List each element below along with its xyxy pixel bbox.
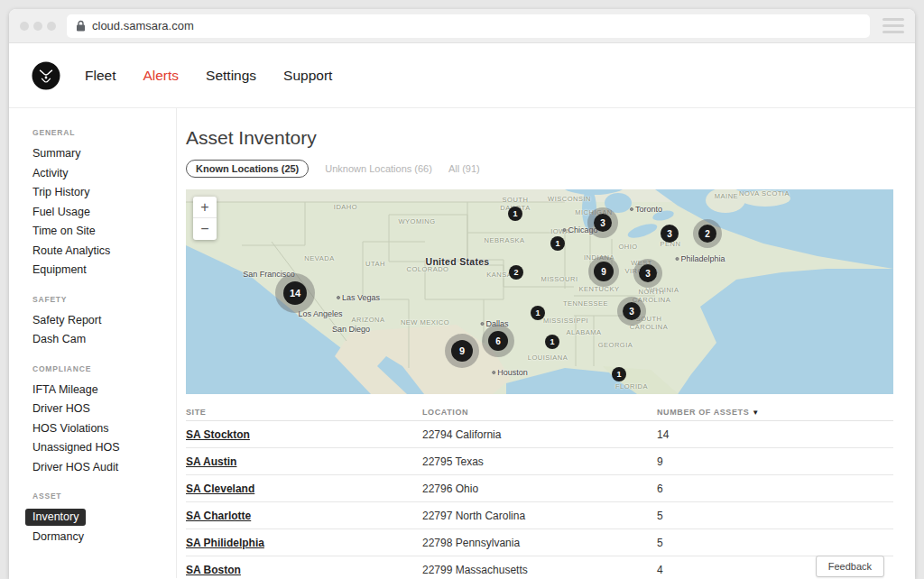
table-row: SA Charlotte22797 North Carolina5	[186, 502, 893, 529]
map-cluster-marker[interactable]: 2	[698, 225, 716, 243]
map-cluster-marker[interactable]: 9	[594, 262, 614, 281]
sidebar-item-inventory[interactable]: Inventory	[32, 508, 167, 528]
map-cluster-marker[interactable]: 2	[509, 265, 523, 280]
map-cluster-marker[interactable]: 1	[545, 335, 559, 349]
samsara-logo[interactable]	[31, 60, 61, 91]
column-header-site[interactable]: SITE	[186, 408, 422, 417]
feedback-button[interactable]: Feedback	[816, 556, 884, 577]
url-text: cloud.samsara.com	[92, 19, 194, 32]
column-header-number-of-assets[interactable]: NUMBER OF ASSETS▼	[657, 408, 893, 417]
sidebar-item-driver-hos[interactable]: Driver HOS	[32, 400, 167, 419]
map-cluster-marker[interactable]: 6	[488, 331, 508, 351]
window-controls	[20, 22, 56, 31]
sidebar-section-title: SAFETY	[32, 295, 167, 304]
map-cluster-marker[interactable]: 1	[531, 306, 545, 320]
table-row: SA Cleveland22796 Ohio6	[186, 475, 893, 502]
url-bar[interactable]: cloud.samsara.com	[67, 14, 870, 38]
assets-count-cell: 14	[657, 428, 893, 441]
sidebar-item-unassigned-hos[interactable]: Unassigned HOS	[32, 438, 167, 458]
map-cluster-marker[interactable]: 3	[661, 225, 679, 243]
asset-table: SITE LOCATION NUMBER OF ASSETS▼ SA Stock…	[186, 403, 893, 579]
sidebar-item-time-on-site[interactable]: Time on Site	[32, 222, 167, 242]
map-cluster-marker[interactable]: 1	[612, 367, 626, 381]
site-link[interactable]: SA Boston	[186, 564, 241, 576]
location-cell: 22795 Texas	[422, 455, 657, 468]
table-row: SA Boston22799 Massachusetts4	[186, 556, 893, 579]
map-cluster-marker[interactable]: 9	[451, 340, 473, 362]
asset-map[interactable]: IDAHOWYOMINGSOUTH DAKOTAWISCONSINMICHIGA…	[186, 189, 893, 394]
sidebar-item-dormancy[interactable]: Dormancy	[32, 528, 167, 547]
map-zoom-control: + −	[193, 197, 217, 240]
sidebar-item-ifta-mileage[interactable]: IFTA Mileage	[32, 381, 167, 400]
location-cell: 22794 California	[422, 428, 657, 441]
sidebar-section-title: COMPLIANCE	[32, 364, 167, 373]
site-link[interactable]: SA Charlotte	[186, 510, 251, 522]
map-cluster-marker[interactable]: 14	[283, 281, 307, 305]
sidebar-item-trip-history[interactable]: Trip History	[32, 183, 167, 203]
window-control-dot	[33, 22, 42, 31]
map-markers: 1496323933211111	[186, 189, 893, 394]
assets-count-cell: 5	[657, 510, 893, 522]
location-cell: 22799 Massachusetts	[422, 564, 657, 576]
location-cell: 22796 Ohio	[422, 482, 657, 495]
sidebar-item-activity[interactable]: Activity	[32, 164, 167, 184]
nav-item-fleet[interactable]: Fleet	[85, 68, 116, 84]
sort-desc-icon: ▼	[752, 409, 760, 417]
assets-count-cell: 6	[657, 482, 893, 495]
sidebar-item-driver-hos-audit[interactable]: Driver HOS Audit	[32, 458, 167, 478]
browser-chrome: cloud.samsara.com	[9, 9, 915, 43]
sidebar-item-hos-violations[interactable]: HOS Violations	[32, 419, 167, 439]
map-cluster-marker[interactable]: 1	[508, 207, 522, 221]
map-cluster-marker[interactable]: 1	[550, 236, 565, 251]
assets-count-cell: 5	[657, 537, 893, 549]
table-header: SITE LOCATION NUMBER OF ASSETS▼	[186, 403, 893, 421]
site-link[interactable]: SA Stockton	[186, 428, 250, 441]
browser-window: cloud.samsara.com Fleet Alerts Settings …	[9, 9, 915, 579]
sidebar-item-route-analytics[interactable]: Route Analytics	[32, 242, 167, 262]
zoom-in-button[interactable]: +	[193, 197, 217, 218]
table-row: SA Philidelphia22798 Pennsylvania5	[186, 529, 893, 556]
tab-all[interactable]: All (91)	[448, 163, 480, 174]
nav-item-alerts[interactable]: Alerts	[143, 68, 179, 84]
nav-item-support[interactable]: Support	[283, 68, 332, 84]
location-cell: 22798 Pennsylvania	[422, 537, 657, 549]
sidebar-item-fuel-usage[interactable]: Fuel Usage	[32, 203, 167, 223]
sidebar-section-title: ASSET	[32, 492, 167, 501]
assets-count-cell: 9	[657, 455, 893, 468]
sidebar-section-title: GENERAL	[32, 128, 167, 137]
sidebar-item-dash-cam[interactable]: Dash Cam	[32, 330, 167, 350]
table-body: SA Stockton22794 California14SA Austin22…	[186, 421, 893, 579]
column-header-location[interactable]: LOCATION	[422, 408, 657, 417]
tab-unknown-locations[interactable]: Unknown Locations (66)	[325, 163, 432, 174]
sidebar-item-summary[interactable]: Summary	[32, 144, 167, 164]
sidebar-item-equipment[interactable]: Equipment	[32, 261, 167, 280]
sidebar-item-safety-report[interactable]: Safety Report	[32, 311, 167, 331]
site-link[interactable]: SA Cleveland	[186, 482, 254, 495]
content-area: GENERALSummaryActivityTrip HistoryFuel U…	[9, 108, 915, 578]
location-filter-tabs: Known Locations (25) Unknown Locations (…	[186, 159, 893, 179]
app-nav: Fleet Alerts Settings Support	[9, 43, 915, 108]
map-cluster-marker[interactable]: 3	[594, 214, 612, 232]
page-title: Asset Inventory	[186, 126, 893, 150]
table-row: SA Stockton22794 California14	[186, 421, 893, 448]
sidebar: GENERALSummaryActivityTrip HistoryFuel U…	[9, 108, 177, 578]
browser-menu-icon[interactable]	[882, 18, 904, 33]
map-cluster-marker[interactable]: 3	[623, 302, 641, 320]
site-link[interactable]: SA Austin	[186, 455, 236, 468]
window-control-dot	[47, 22, 56, 31]
window-control-dot	[20, 22, 29, 31]
table-row: SA Austin22795 Texas9	[186, 448, 893, 475]
tab-known-locations[interactable]: Known Locations (25)	[186, 160, 309, 178]
zoom-out-button[interactable]: −	[193, 218, 217, 240]
location-cell: 22797 North Carolina	[422, 510, 657, 522]
map-cluster-marker[interactable]: 3	[639, 264, 657, 282]
lock-icon	[76, 20, 86, 32]
site-link[interactable]: SA Philidelphia	[186, 537, 264, 549]
main-panel: Asset Inventory Known Locations (25) Unk…	[177, 108, 915, 578]
nav-item-settings[interactable]: Settings	[206, 68, 256, 84]
